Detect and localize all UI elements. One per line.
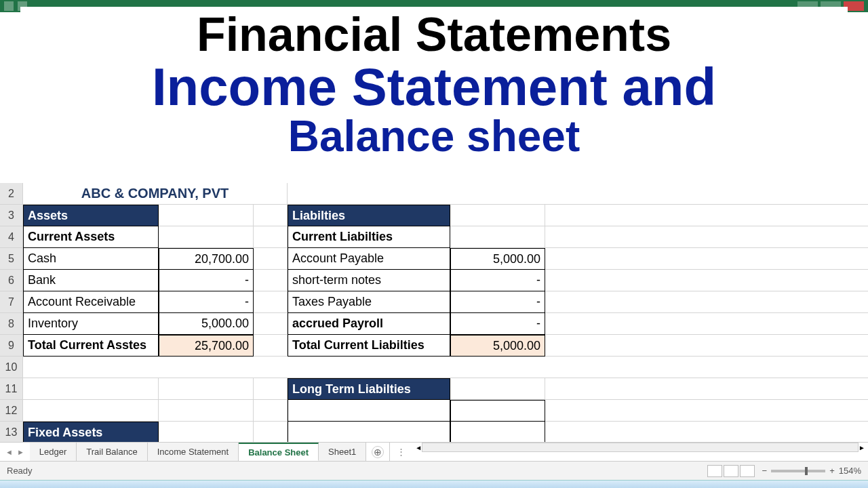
sheet-tab[interactable]: Income Statement — [148, 443, 239, 461]
current-assets-label[interactable]: Current Assets — [23, 226, 159, 248]
empty-cell[interactable] — [450, 422, 545, 442]
liab-label[interactable]: accrued Payroll — [288, 313, 450, 335]
row-number[interactable]: 6 — [0, 270, 23, 291]
empty-cell[interactable] — [545, 422, 868, 442]
long-term-liab-header[interactable]: Long Term Liabilties — [288, 378, 450, 400]
row-number[interactable]: 13 — [0, 422, 23, 442]
empty-cell[interactable] — [450, 226, 545, 248]
empty-cell[interactable] — [545, 205, 868, 226]
liab-value[interactable]: - — [450, 270, 545, 291]
empty-cell[interactable] — [254, 422, 288, 442]
empty-cell[interactable] — [159, 205, 254, 226]
liab-label[interactable]: short-term notes — [288, 270, 450, 291]
empty-cell[interactable] — [545, 378, 868, 400]
liab-value[interactable]: - — [450, 313, 545, 335]
sheet-tab[interactable]: Balance Sheet — [239, 443, 319, 461]
row-number[interactable]: 11 — [0, 378, 23, 400]
asset-label[interactable]: Cash — [23, 248, 159, 270]
empty-cell[interactable] — [23, 378, 159, 400]
tab-prev-icon[interactable]: ◄ — [5, 448, 13, 456]
empty-cell[interactable] — [288, 422, 450, 442]
empty-cell[interactable] — [545, 291, 868, 313]
sheet-tab[interactable]: Ledger — [30, 443, 77, 461]
assets-header[interactable]: Assets — [23, 205, 159, 226]
sheet-tab-strip: ◄ ► LedgerTrail BalanceIncome StatementB… — [0, 442, 868, 461]
sheet-tab[interactable]: Sheet1 — [319, 443, 366, 461]
empty-cell[interactable] — [545, 400, 868, 422]
spreadsheet-grid[interactable]: 2 ABC & COMPANY, PVT 3 Assets Liabilties… — [0, 183, 868, 442]
row-number[interactable]: 3 — [0, 205, 23, 226]
empty-cell[interactable] — [288, 400, 450, 422]
total-current-assets-value[interactable]: 25,700.00 — [159, 335, 254, 357]
empty-cell[interactable] — [254, 270, 288, 291]
row-number[interactable]: 8 — [0, 313, 23, 335]
liabilities-header[interactable]: Liabilties — [288, 205, 450, 226]
save-icon[interactable] — [4, 1, 14, 11]
asset-label[interactable]: Account Receivable — [23, 291, 159, 313]
empty-cell[interactable] — [254, 400, 288, 422]
total-current-liab-value[interactable]: 5,000.00 — [450, 335, 545, 357]
zoom-out-icon[interactable]: − — [762, 466, 768, 476]
liab-label[interactable]: Taxes Payable — [288, 291, 450, 313]
row-number[interactable]: 5 — [0, 248, 23, 270]
liab-value[interactable]: 5,000.00 — [450, 248, 545, 270]
empty-cell[interactable] — [23, 400, 159, 422]
zoom-slider[interactable] — [771, 470, 825, 472]
row-number[interactable]: 10 — [0, 357, 23, 378]
tab-scroll-separator: ⋮ — [389, 443, 412, 461]
empty-cell[interactable] — [450, 400, 545, 422]
empty-cell[interactable] — [254, 313, 288, 335]
windows-taskbar[interactable] — [0, 480, 868, 488]
asset-value[interactable]: 20,700.00 — [159, 248, 254, 270]
empty-cell[interactable] — [450, 378, 545, 400]
empty-cell[interactable] — [545, 270, 868, 291]
zoom-in-icon[interactable]: + — [829, 466, 835, 476]
page-break-view-button[interactable] — [740, 465, 755, 477]
empty-cell[interactable] — [254, 205, 288, 226]
sheet-tab[interactable]: Trail Balance — [77, 443, 147, 461]
asset-value[interactable]: - — [159, 270, 254, 291]
page-layout-view-button[interactable] — [724, 465, 738, 477]
scroll-right-icon[interactable]: ► — [859, 444, 865, 451]
empty-cell[interactable] — [159, 226, 254, 248]
asset-value[interactable]: - — [159, 291, 254, 313]
empty-cell[interactable] — [545, 335, 868, 357]
asset-label[interactable]: Bank — [23, 270, 159, 291]
empty-cell[interactable] — [545, 313, 868, 335]
row-number[interactable]: 9 — [0, 335, 23, 357]
row-number[interactable]: 2 — [0, 183, 23, 205]
zoom-level[interactable]: 154% — [839, 466, 861, 476]
tab-nav[interactable]: ◄ ► — [0, 443, 30, 461]
empty-cell[interactable] — [254, 226, 288, 248]
fixed-assets-header[interactable]: Fixed Assets — [23, 422, 159, 442]
empty-cell[interactable] — [23, 357, 868, 378]
empty-cell[interactable] — [159, 400, 254, 422]
horizontal-scrollbar[interactable]: ◄ ► — [412, 443, 868, 452]
empty-cell[interactable] — [254, 291, 288, 313]
total-current-liab-label[interactable]: Total Current Liabilties — [288, 335, 450, 357]
total-current-assets-label[interactable]: Total Current Asstes — [23, 335, 159, 357]
empty-cell[interactable] — [254, 335, 288, 357]
empty-cell[interactable] — [254, 248, 288, 270]
empty-cell[interactable] — [254, 378, 288, 400]
empty-cell[interactable] — [545, 226, 868, 248]
empty-cell[interactable] — [159, 422, 254, 442]
empty-cell[interactable] — [450, 205, 545, 226]
row-number[interactable]: 12 — [0, 400, 23, 422]
liab-label[interactable]: Account Payable — [288, 248, 450, 270]
empty-cell[interactable] — [159, 378, 254, 400]
add-sheet-button[interactable]: ⊕ — [372, 446, 384, 458]
zoom-control[interactable]: − + 154% — [762, 466, 861, 476]
company-name[interactable]: ABC & COMPANY, PVT — [23, 183, 288, 205]
row-number[interactable]: 4 — [0, 226, 23, 248]
asset-label[interactable]: Inventory — [23, 313, 159, 335]
empty-cell[interactable] — [288, 183, 868, 205]
row-number[interactable]: 7 — [0, 291, 23, 313]
normal-view-button[interactable] — [707, 465, 722, 477]
scroll-left-icon[interactable]: ◄ — [415, 444, 422, 451]
asset-value[interactable]: 5,000.00 — [159, 313, 254, 335]
tab-next-icon[interactable]: ► — [17, 448, 24, 456]
liab-value[interactable]: - — [450, 291, 545, 313]
empty-cell[interactable] — [545, 248, 868, 270]
current-liabilities-label[interactable]: Current Liabilties — [288, 226, 450, 248]
